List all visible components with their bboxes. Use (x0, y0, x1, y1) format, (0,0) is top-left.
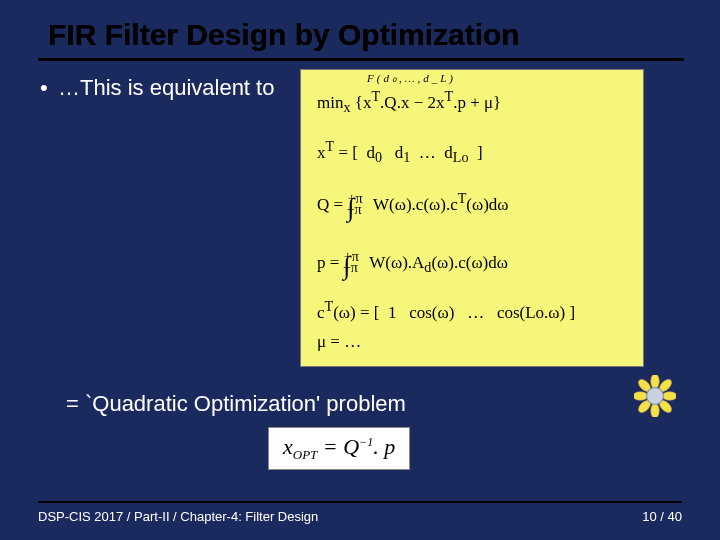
content-area: • …This is equivalent to F(d₀,…,d_L) min… (38, 75, 684, 101)
slide-title: FIR Filter Design by Optimization (48, 18, 520, 51)
overbrace-label: F(d₀,…,d_L) (367, 72, 456, 85)
footer-left: DSP-CIS 2017 / Part-II / Chapter-4: Filt… (38, 509, 318, 524)
svg-point-1 (651, 403, 659, 417)
math-line-xT: xT = [ d0 d1 … dLo ] (317, 138, 633, 166)
bullet-text: …This is equivalent to (58, 75, 274, 101)
math-line-objective: minx {xT.Q.x − 2xT.p + μ} (317, 88, 633, 116)
sunflower-icon (634, 375, 676, 417)
solution-box: xOPT = Q−1. p (268, 427, 410, 470)
svg-point-3 (662, 392, 676, 400)
quadratic-opt-label: = `Quadratic Optimization' problem (66, 391, 406, 417)
math-box: F(d₀,…,d_L) minx {xT.Q.x − 2xT.p + μ} xT… (300, 69, 644, 367)
footer-page: 10 / 40 (642, 509, 682, 524)
svg-point-8 (647, 388, 664, 405)
footer-row: DSP-CIS 2017 / Part-II / Chapter-4: Filt… (38, 509, 682, 524)
math-line-p: p = ∫−π+π W(ω).Ad(ω).c(ω)dω (317, 248, 633, 281)
title-rule (38, 58, 684, 61)
slide: FIR Filter Design by Optimization • …Thi… (0, 0, 720, 540)
footer: DSP-CIS 2017 / Part-II / Chapter-4: Filt… (38, 501, 682, 524)
svg-point-2 (634, 392, 648, 400)
footer-rule (38, 501, 682, 503)
math-line-cT: cT(ω) = [ 1 cos(ω) … cos(Lo.ω) ] (317, 298, 633, 323)
math-line-Q: Q = ∫−π+π W(ω).c(ω).cT(ω)dω (317, 190, 633, 223)
math-line-mu: μ = … (317, 332, 633, 352)
title-area: FIR Filter Design by Optimization (48, 18, 682, 52)
bullet-marker: • (38, 75, 58, 101)
svg-point-0 (651, 375, 659, 389)
